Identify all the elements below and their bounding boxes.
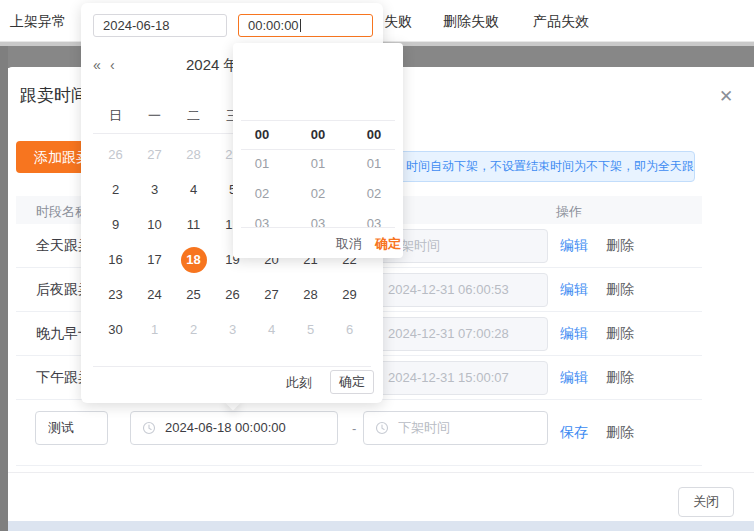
delete-link[interactable]: 删除 bbox=[606, 281, 634, 299]
calendar-day[interactable]: 29 bbox=[330, 277, 369, 312]
calendar-day[interactable]: 3 bbox=[135, 172, 174, 207]
calendar-day[interactable]: 10 bbox=[135, 207, 174, 242]
calendar-day[interactable]: 2 bbox=[174, 312, 213, 347]
date-input[interactable] bbox=[93, 14, 227, 37]
end-time-placeholder: 下架时间 bbox=[398, 420, 450, 435]
time-input-value: 00:00:00 bbox=[248, 18, 299, 33]
calendar-day[interactable]: 11 bbox=[174, 207, 213, 242]
tab-listing-exception[interactable]: 上架异常 bbox=[10, 13, 66, 31]
dialog-title: 跟卖时间 bbox=[20, 84, 88, 107]
end-time-text: 2024-12-31 15:00:07 bbox=[388, 370, 509, 385]
weekday-label: 日 bbox=[96, 104, 135, 128]
calendar-day[interactable]: 26 bbox=[96, 137, 135, 172]
calendar-title[interactable]: 2024 年 bbox=[186, 56, 239, 75]
time-option[interactable]: 01 bbox=[234, 149, 290, 179]
tab-product-invalid[interactable]: 产品失效 bbox=[533, 13, 589, 31]
start-time-input[interactable]: 2024-06-18 00:00:00 bbox=[130, 411, 338, 445]
hour-column[interactable]: 00010203 bbox=[234, 120, 290, 227]
delete-link[interactable]: 删除 bbox=[606, 424, 634, 442]
calendar-day[interactable]: 3 bbox=[213, 312, 252, 347]
modal-backdrop-left bbox=[0, 46, 8, 531]
save-link[interactable]: 保存 bbox=[560, 424, 588, 442]
page-bottom-strip bbox=[8, 521, 754, 531]
end-time-text: 2024-12-31 07:00:28 bbox=[388, 326, 509, 341]
clock-icon bbox=[375, 421, 389, 435]
edit-link[interactable]: 编辑 bbox=[560, 369, 588, 387]
time-select-panel: 00010203 00010203 00010203 取消 确定 bbox=[233, 43, 403, 258]
calendar-day[interactable]: 17 bbox=[135, 242, 174, 277]
calendar-confirm-button[interactable]: 确定 bbox=[330, 370, 374, 394]
time-option[interactable]: 00 bbox=[234, 120, 290, 149]
time-cancel-link[interactable]: 取消 bbox=[336, 235, 362, 253]
minute-column[interactable]: 00010203 bbox=[290, 120, 346, 227]
delete-link[interactable]: 删除 bbox=[606, 325, 634, 343]
column-header-actions: 操作 bbox=[556, 203, 582, 221]
prev-month-icon[interactable]: ‹ bbox=[110, 57, 115, 73]
time-input-focused[interactable]: 00:00:00 bbox=[238, 14, 373, 37]
calendar-day[interactable]: 4 bbox=[174, 172, 213, 207]
calendar-day[interactable]: 28 bbox=[174, 137, 213, 172]
time-option[interactable]: 02 bbox=[346, 179, 402, 209]
calendar-day[interactable]: 1 bbox=[135, 312, 174, 347]
time-option[interactable]: 00 bbox=[290, 120, 346, 149]
end-time-text: 2024-12-31 06:00:53 bbox=[388, 282, 509, 297]
calendar-day[interactable]: 16 bbox=[96, 242, 135, 277]
edit-link[interactable]: 编辑 bbox=[560, 281, 588, 299]
tab-failed[interactable]: 失败 bbox=[384, 13, 412, 31]
divider bbox=[93, 366, 371, 367]
calendar-day[interactable]: 27 bbox=[252, 277, 291, 312]
delete-link[interactable]: 删除 bbox=[606, 237, 634, 255]
calendar-day[interactable]: 5 bbox=[291, 312, 330, 347]
delete-link[interactable]: 删除 bbox=[606, 369, 634, 387]
calendar-day[interactable]: 26 bbox=[213, 277, 252, 312]
text-caret bbox=[300, 19, 301, 32]
edit-link[interactable]: 编辑 bbox=[560, 237, 588, 255]
end-time-input[interactable]: 下架时间 bbox=[363, 411, 548, 445]
time-confirm-link[interactable]: 确定 bbox=[375, 235, 401, 253]
clock-icon bbox=[142, 421, 156, 435]
calendar-day[interactable]: 30 bbox=[96, 312, 135, 347]
time-columns: 00010203 00010203 00010203 bbox=[233, 120, 403, 227]
close-dialog-button[interactable]: 关闭 bbox=[678, 487, 734, 517]
time-option[interactable]: 00 bbox=[346, 120, 402, 149]
calendar-day[interactable]: 6 bbox=[330, 312, 369, 347]
weekday-label: 二 bbox=[174, 104, 213, 128]
calendar-day[interactable]: 27 bbox=[135, 137, 174, 172]
range-separator: - bbox=[352, 421, 356, 436]
calendar-day[interactable]: 28 bbox=[291, 277, 330, 312]
calendar-day[interactable]: 24 bbox=[135, 277, 174, 312]
calendar-day[interactable]: 9 bbox=[96, 207, 135, 242]
time-option[interactable]: 02 bbox=[234, 179, 290, 209]
calendar-day[interactable]: 25 bbox=[174, 277, 213, 312]
time-option[interactable]: 03 bbox=[290, 209, 346, 227]
calendar-day[interactable]: 2 bbox=[96, 172, 135, 207]
close-icon[interactable]: ✕ bbox=[716, 87, 736, 107]
time-option[interactable]: 02 bbox=[290, 179, 346, 209]
divider bbox=[241, 227, 395, 228]
calendar-day[interactable]: 4 bbox=[252, 312, 291, 347]
info-banner: 时间自动下架，不设置结束时间为不下架，即为全天跟卖 bbox=[395, 151, 695, 182]
time-option[interactable]: 01 bbox=[346, 149, 402, 179]
time-option[interactable]: 03 bbox=[234, 209, 290, 227]
second-column[interactable]: 00010203 bbox=[346, 120, 402, 227]
period-name-input[interactable] bbox=[35, 411, 108, 445]
tab-delete-failed[interactable]: 删除失败 bbox=[443, 13, 499, 31]
calendar-day-selected[interactable]: 18 bbox=[174, 242, 213, 277]
editing-row: 2024-06-18 00:00:00 - 下架时间 保存 删除 bbox=[16, 400, 702, 466]
calendar-day[interactable]: 23 bbox=[96, 277, 135, 312]
now-link[interactable]: 此刻 bbox=[286, 374, 312, 392]
footer-divider bbox=[8, 472, 754, 473]
edit-link[interactable]: 编辑 bbox=[560, 325, 588, 343]
time-option[interactable]: 03 bbox=[346, 209, 402, 227]
time-option[interactable]: 01 bbox=[290, 149, 346, 179]
start-time-value: 2024-06-18 00:00:00 bbox=[165, 420, 286, 435]
weekday-label: 一 bbox=[135, 104, 174, 128]
prev-year-icon[interactable]: « bbox=[93, 57, 101, 73]
